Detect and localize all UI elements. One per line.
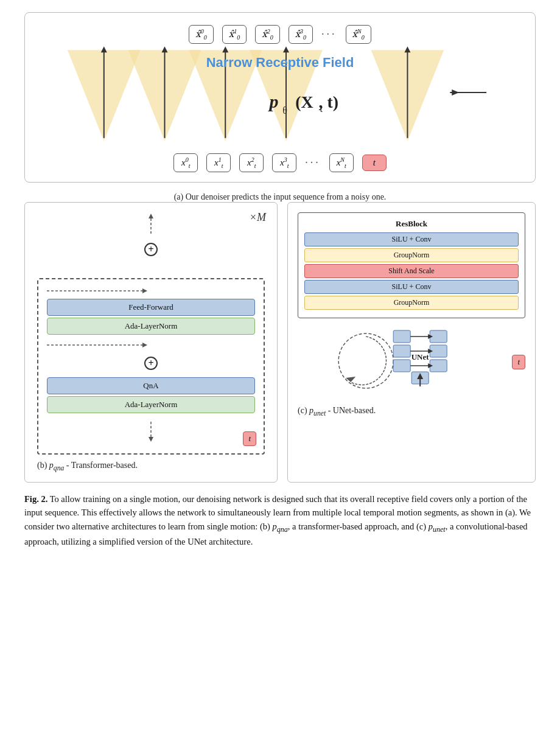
h-dashed-arrowhead-top [142,288,147,293]
arrowhead-0 [101,46,107,52]
feed-forward-block: Feed-Forward [47,299,255,316]
dots-bottom: ··· [305,156,321,169]
h-dashed-arrow-bot [47,341,255,349]
x2t: x2t [239,153,264,172]
fig-label: Fig. 2. [24,494,47,504]
shift-and-scale: Shift And Scale [304,264,519,278]
p-theta-sub: θ [282,105,287,116]
unet-enc-3 [393,360,410,372]
xm-label: ×M [250,211,266,224]
silu-conv-1: SiLU + Conv [304,232,519,246]
p-theta-args: (X [295,92,313,111]
resblock-title: ResBlock [304,219,519,229]
panel-a-caption: (a) Our denoiser predicts the input sequ… [24,192,536,202]
fig-caption-pqna: pqna [272,521,287,531]
qna-block: QnA [47,377,255,394]
diagram-svg: Narrow Receptive Field p θ (X t , t) [49,44,511,153]
t-box-c: t [512,355,525,369]
dots-top: ··· [321,28,337,41]
x0t: x0t [173,153,198,172]
panel-c-caption-text: (c) punet - UNet-based. [298,406,376,415]
xhat-N: x̂N0 [346,25,371,44]
panel-a: x̂00 x̂10 x̂20 x̂30 ··· x̂N0 [24,12,536,183]
arrowhead-3 [283,46,289,52]
unet-circular-arrowhead [346,377,355,382]
t-box-b: t [243,431,256,446]
bottom-panels: ×M + Feed-Forward [24,202,536,483]
p-theta-comma: , t) [319,92,339,111]
bot-dashed-arrow [142,422,160,446]
arrowhead-1 [162,46,168,52]
h-dashed-arrow-top [47,287,255,295]
xhat-0: x̂00 [189,25,213,44]
unet-svg: UNet [298,324,501,397]
p-theta-label: p [268,91,279,111]
figure-2: x̂00 x̂10 x̂20 x̂30 ··· x̂N0 [24,12,536,549]
fig-caption-punet: punet [429,521,446,531]
arrowhead-N [404,46,410,52]
panel-b-caption: (b) pqna - Transformer-based. [37,461,265,472]
plus-circle-top: + [144,243,158,256]
t-arrowhead [452,89,459,96]
xNt: xNt [329,153,354,172]
unet-circular-arrow [351,337,386,385]
narrow-label: Narrow Receptive Field [206,55,354,70]
unet-label: UNet [411,352,430,361]
panel-b-caption-prefix: (b) pqna - Transformer-based. [37,461,138,470]
unet-enc-1 [393,330,410,343]
plus-circle-mid: + [144,357,158,370]
bottom-row: x0t x1t x2t x3t ··· xNt t [43,153,517,172]
silu-conv-2: SiLU + Conv [304,280,519,294]
top-dashed-arrow [142,212,160,237]
unet-row: UNet t [298,324,525,400]
bot-dashed-arrowhead [149,437,153,442]
x1t: x1t [206,153,231,172]
xhat-1: x̂10 [222,25,247,44]
top-dashed-arrowhead [149,214,153,218]
top-row: x̂00 x̂10 x̂20 x̂30 ··· x̂N0 [43,25,517,44]
transformer-dashed-box: Feed-Forward Ada-LayerNorm + QnA Ada-Lay… [37,278,265,455]
panel-c-caption: (c) punet - UNet-based. [298,406,525,417]
arrows-zone: Narrow Receptive Field p θ (X t , t) [49,44,511,153]
h-dashed-arrowhead-bot [142,343,147,347]
groupnorm-1: GroupNorm [304,248,519,262]
resblock: ResBlock SiLU + Conv GroupNorm Shift And… [298,212,525,318]
fig-caption-text-2: , a transformer-based approach, and (c) [288,521,429,531]
panel-c: ResBlock SiLU + Conv GroupNorm Shift And… [287,202,536,483]
groupnorm-2: GroupNorm [304,296,519,310]
arrowhead-2 [222,46,228,52]
ada-layernorm-bot: Ada-LayerNorm [47,396,255,413]
fig-caption: Fig. 2. To allow training on a single mo… [24,492,536,549]
unet-dashed-circle [338,333,393,388]
unet-enc-2 [393,345,410,357]
xhat-3: x̂30 [289,25,313,44]
ada-layernorm-top: Ada-LayerNorm [47,318,255,335]
x3t: x3t [272,153,296,172]
t-box-a: t [362,155,387,171]
xhat-2: x̂20 [255,25,279,44]
panel-b: ×M + Feed-Forward [24,202,278,483]
